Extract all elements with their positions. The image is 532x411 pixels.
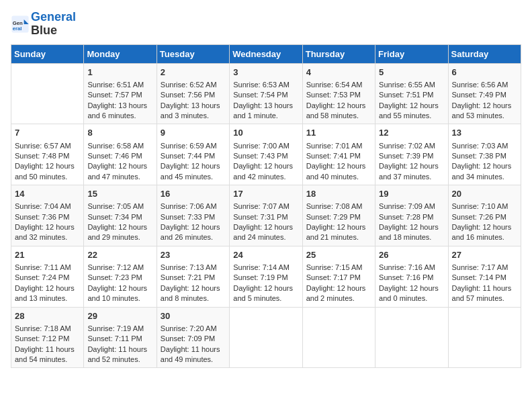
day-info: Sunrise: 7:04 AM xyxy=(15,201,80,212)
day-number: 14 xyxy=(15,188,80,200)
day-number: 20 xyxy=(452,188,517,200)
day-info: Sunrise: 7:05 AM xyxy=(87,201,152,212)
day-info: and 52 minutes. xyxy=(87,355,152,365)
day-info: Sunset: 7:54 PM xyxy=(233,90,298,100)
day-info: Daylight: 12 hours xyxy=(87,283,152,293)
day-info: Sunset: 7:36 PM xyxy=(15,212,80,222)
day-info: Sunrise: 7:13 AM xyxy=(161,263,226,273)
day-info: Sunset: 7:43 PM xyxy=(233,151,298,161)
day-info: Daylight: 12 hours xyxy=(306,283,371,293)
day-info: Sunrise: 6:54 AM xyxy=(306,80,371,90)
day-info: and 47 minutes. xyxy=(87,172,152,182)
day-info: Sunset: 7:56 PM xyxy=(161,90,226,100)
day-info: Daylight: 12 hours xyxy=(452,222,517,232)
day-info: and 8 minutes. xyxy=(161,293,226,304)
day-info: Sunrise: 6:52 AM xyxy=(161,80,226,90)
day-info: and 2 minutes. xyxy=(306,293,371,304)
day-info: Daylight: 12 hours xyxy=(87,222,152,232)
day-number: 29 xyxy=(87,310,152,322)
calendar-cell xyxy=(448,307,521,368)
day-info: and 40 minutes. xyxy=(306,172,371,182)
day-info: and 34 minutes. xyxy=(452,172,517,182)
day-info: Daylight: 12 hours xyxy=(379,283,444,293)
day-number: 19 xyxy=(379,188,444,200)
calendar-cell: 8Sunrise: 6:58 AMSunset: 7:46 PMDaylight… xyxy=(84,124,157,185)
day-info: Sunset: 7:39 PM xyxy=(379,151,444,161)
day-info: Sunset: 7:26 PM xyxy=(452,212,517,222)
day-info: and 50 minutes. xyxy=(15,172,80,182)
calendar-cell: 24Sunrise: 7:14 AMSunset: 7:19 PMDayligh… xyxy=(230,246,302,307)
day-number: 27 xyxy=(452,249,517,261)
calendar-week-row: 14Sunrise: 7:04 AMSunset: 7:36 PMDayligh… xyxy=(11,185,521,246)
day-info: Sunset: 7:29 PM xyxy=(306,212,371,222)
day-info: Sunset: 7:21 PM xyxy=(161,273,226,283)
day-info: Daylight: 13 hours xyxy=(161,101,226,111)
day-number: 12 xyxy=(379,127,444,139)
page-header: Gen eral GeneralBlue xyxy=(11,11,521,38)
day-info: Sunrise: 7:08 AM xyxy=(306,201,371,212)
day-info: Sunrise: 7:20 AM xyxy=(161,324,226,334)
day-info: and 21 minutes. xyxy=(306,232,371,242)
day-info: Sunset: 7:51 PM xyxy=(379,90,444,100)
day-number: 21 xyxy=(15,249,80,261)
day-info: Sunset: 7:57 PM xyxy=(87,90,152,100)
day-info: Daylight: 12 hours xyxy=(15,283,80,293)
calendar-cell: 28Sunrise: 7:18 AMSunset: 7:12 PMDayligh… xyxy=(11,307,84,368)
calendar-cell: 4Sunrise: 6:54 AMSunset: 7:53 PMDaylight… xyxy=(302,63,375,124)
day-number: 4 xyxy=(306,66,371,79)
day-info: Sunrise: 6:58 AM xyxy=(87,141,152,151)
day-number: 25 xyxy=(306,249,371,261)
calendar-cell: 17Sunrise: 7:07 AMSunset: 7:31 PMDayligh… xyxy=(230,185,302,246)
calendar-table: SundayMondayTuesdayWednesdayThursdayFrid… xyxy=(11,44,521,369)
day-info: Daylight: 11 hours xyxy=(452,283,517,293)
day-number: 18 xyxy=(306,188,371,200)
day-info: Sunset: 7:23 PM xyxy=(87,273,152,283)
day-info: Daylight: 12 hours xyxy=(161,283,226,293)
day-info: Sunset: 7:34 PM xyxy=(87,212,152,222)
day-info: Sunset: 7:31 PM xyxy=(233,212,298,222)
calendar-cell xyxy=(230,307,302,368)
calendar-cell: 27Sunrise: 7:17 AMSunset: 7:14 PMDayligh… xyxy=(448,246,521,307)
day-info: and 57 minutes. xyxy=(452,293,517,304)
day-info: and 16 minutes. xyxy=(452,232,517,242)
day-info: Daylight: 12 hours xyxy=(452,101,517,111)
calendar-cell: 2Sunrise: 6:52 AMSunset: 7:56 PMDaylight… xyxy=(157,63,229,124)
day-info: and 29 minutes. xyxy=(87,232,152,242)
day-number: 9 xyxy=(161,127,226,139)
day-info: Daylight: 12 hours xyxy=(379,101,444,111)
calendar-cell: 11Sunrise: 7:01 AMSunset: 7:41 PMDayligh… xyxy=(302,124,375,185)
day-number: 5 xyxy=(379,66,444,79)
day-info: Sunset: 7:41 PM xyxy=(306,151,371,161)
day-number: 8 xyxy=(87,127,152,139)
day-number: 7 xyxy=(15,127,80,139)
calendar-cell: 12Sunrise: 7:02 AMSunset: 7:39 PMDayligh… xyxy=(375,124,448,185)
day-number: 13 xyxy=(452,127,517,139)
calendar-cell xyxy=(375,307,448,368)
day-info: and 42 minutes. xyxy=(233,172,298,182)
calendar-cell: 15Sunrise: 7:05 AMSunset: 7:34 PMDayligh… xyxy=(84,185,157,246)
day-info: Daylight: 12 hours xyxy=(161,161,226,171)
day-info: Sunset: 7:28 PM xyxy=(379,212,444,222)
day-info: Sunrise: 6:55 AM xyxy=(379,80,444,90)
calendar-cell: 22Sunrise: 7:12 AMSunset: 7:23 PMDayligh… xyxy=(84,246,157,307)
header-friday: Friday xyxy=(375,44,448,63)
day-info: and 54 minutes. xyxy=(15,355,80,365)
day-number: 30 xyxy=(161,310,226,322)
day-info: Daylight: 12 hours xyxy=(233,161,298,171)
header-sunday: Sunday xyxy=(11,44,84,63)
day-info: Daylight: 12 hours xyxy=(87,161,152,171)
day-number: 10 xyxy=(233,127,298,139)
day-info: Sunrise: 7:12 AM xyxy=(87,263,152,273)
calendar-cell: 16Sunrise: 7:06 AMSunset: 7:33 PMDayligh… xyxy=(157,185,229,246)
day-info: Sunset: 7:24 PM xyxy=(15,273,80,283)
calendar-cell: 5Sunrise: 6:55 AMSunset: 7:51 PMDaylight… xyxy=(375,63,448,124)
header-wednesday: Wednesday xyxy=(230,44,302,63)
calendar-cell: 13Sunrise: 7:03 AMSunset: 7:38 PMDayligh… xyxy=(448,124,521,185)
day-info: Daylight: 13 hours xyxy=(233,101,298,111)
day-info: Sunrise: 7:03 AM xyxy=(452,141,517,151)
header-thursday: Thursday xyxy=(302,44,375,63)
day-info: Daylight: 13 hours xyxy=(87,101,152,111)
day-info: Sunrise: 7:09 AM xyxy=(379,201,444,212)
day-number: 1 xyxy=(87,66,152,79)
day-number: 22 xyxy=(87,249,152,261)
